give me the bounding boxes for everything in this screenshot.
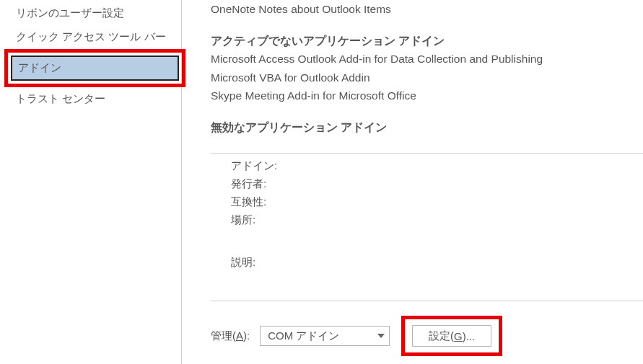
list-item[interactable]: Microsoft Access Outlook Add-in for Data… xyxy=(211,50,643,68)
sidebar-item-label: トラスト センター xyxy=(16,92,105,105)
chevron-down-icon xyxy=(377,334,385,338)
sidebar-item-trust-center[interactable]: トラスト センター xyxy=(9,87,181,111)
manage-combo[interactable]: COM アドイン xyxy=(260,326,390,346)
sidebar-item-label: アドイン xyxy=(18,61,61,74)
sidebar-item-label: リボンのユーザー設定 xyxy=(16,6,124,19)
section-head-inactive: アクティブでないアプリケーション アドイン xyxy=(211,32,643,50)
list-item[interactable]: Microsoft VBA for Outlook Addin xyxy=(211,68,643,87)
manage-label: 管理(A): xyxy=(211,329,250,343)
highlight-addins: アドイン xyxy=(4,49,185,87)
go-button[interactable]: 設定(G)... xyxy=(412,325,491,347)
options-sidebar: リボンのユーザー設定 クイック アクセス ツール バー アドイン トラスト セン… xyxy=(9,0,182,364)
sidebar-item-label: クイック アクセス ツール バー xyxy=(16,30,166,43)
sidebar-item-ribbon[interactable]: リボンのユーザー設定 xyxy=(9,1,181,25)
detail-label-location: 場所: xyxy=(231,213,286,227)
addin-details: アドイン: 発行者: 互換性: 場所: 説明: xyxy=(211,154,643,301)
list-item[interactable]: OneNote Notes about Outlook Items xyxy=(211,0,643,19)
detail-label-compat: 互換性: xyxy=(231,195,286,209)
sidebar-item-quick-access[interactable]: クイック アクセス ツール バー xyxy=(9,25,181,49)
list-item[interactable]: Skype Meeting Add-in for Microsoft Offic… xyxy=(211,86,643,105)
detail-label-description: 説明: xyxy=(231,256,286,270)
section-head-disabled: 無効なアプリケーション アドイン xyxy=(211,118,643,137)
detail-label-addin: アドイン: xyxy=(231,159,286,173)
addins-list-area: OneNote Notes about Outlook Items アクティブで… xyxy=(211,0,643,154)
manage-combo-value: COM アドイン xyxy=(268,329,339,343)
highlight-go-button: 設定(G)... xyxy=(401,316,502,356)
detail-label-publisher: 発行者: xyxy=(231,177,286,191)
sidebar-item-addins[interactable]: アドイン xyxy=(11,56,179,81)
manage-bar: 管理(A): COM アドイン 設定(G)... xyxy=(211,301,643,356)
main-panel: OneNote Notes about Outlook Items アクティブで… xyxy=(182,0,643,364)
